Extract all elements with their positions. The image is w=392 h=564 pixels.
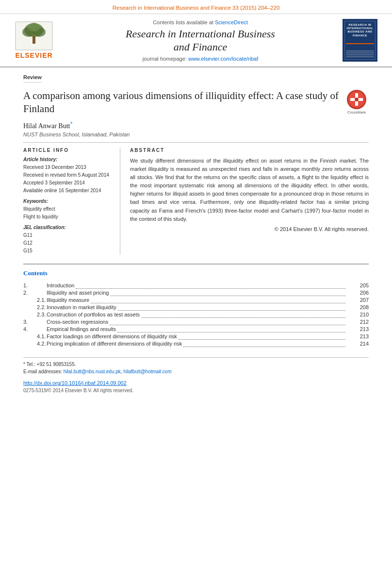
toc-label: Introduction [47,282,347,289]
toc-row: 4.1.Factor loadings on different dimensi… [23,333,369,340]
journal-header: ELSEVIER Contents lists available at Sci… [0,14,392,67]
jel-3: G15 [23,247,112,255]
cover-stripe [346,43,374,44]
journal-reference-text: Research in International Business and F… [113,5,280,11]
jel-1: G11 [23,232,112,239]
journal-center: Contents lists available at ScienceDirec… [63,19,338,62]
toc-page: 208 [347,304,369,311]
crossmark-badge: CrossMark [344,89,369,115]
toc-number: 3. [23,318,30,326]
email-link-1[interactable]: hilal.butt@nbs.nust.edu.pk [64,369,121,374]
page: Research in International Business and F… [0,0,392,564]
abstract-text: We study different dimensions of the ill… [130,157,369,223]
author-name: Hilal Anwar Butt* [23,121,369,130]
toc-page: 212 [347,318,369,326]
elsevier-label: ELSEVIER [15,51,52,59]
history-label: Article history: [23,157,112,162]
science-direct-link[interactable]: ScienceDirect [215,19,248,25]
toc-row: 1.Introduction 205 [23,282,369,289]
svg-point-5 [28,23,40,32]
toc-page: 213 [347,326,369,333]
footnote-star: * Tel.: +92 51 90853155. [23,361,369,368]
article-info-heading: ARTICLE INFO [23,148,112,153]
journal-homepage-link[interactable]: www.elsevier.com/locate/ribaf [188,56,258,62]
toc-sub-number: 4.2. [30,340,47,348]
toc-number [23,340,30,348]
toc-number [23,297,30,304]
doi-area: http://dx.doi.org/10.1016/j.ribaf.2014.0… [23,379,369,393]
jel-label: JEL classification: [23,225,112,230]
journal-reference-bar: Research in International Business and F… [0,0,392,14]
toc-row: 3.Cross-section regressions 212 [23,318,369,326]
toc-row: 2.2.Innovation in market illiquidity 208 [23,304,369,311]
section-divider [23,142,369,143]
toc-number: 4. [23,326,30,333]
toc-label: Factor loadings on different dimensions … [47,333,347,340]
toc-page: 206 [347,289,369,297]
article-info-column: ARTICLE INFO Article history: Received 1… [23,148,120,255]
toc-number [23,311,30,318]
toc-row: 2.1.Illiquidity measure 207 [23,297,369,304]
toc-number: 1. [23,282,30,289]
jel-2: G12 [23,239,112,247]
journal-cover-inner: RESEARCH ININTERNATIONALBUSINESS ANDFINA… [344,21,376,60]
toc-page: 207 [347,297,369,304]
toc-page: 205 [347,282,369,289]
contents-heading: Contents [23,269,369,277]
toc-page: 213 [347,333,369,340]
toc-label: Innovation in market illiquidity [47,304,347,311]
keyword-1: Illiquidity effect [23,205,112,213]
crossmark-label: CrossMark [347,110,366,115]
toc-label: Empirical findings and results [47,326,347,333]
toc-row: 4.2.Pricing implication of different dim… [23,340,369,348]
accepted-date: Accepted 3 September 2014 [23,179,112,187]
elsevier-logo: ELSEVIER [10,21,58,59]
received-date: Received 19 December 2013 [23,164,112,171]
toc-sub-number: 4.1. [30,333,47,340]
footnote-email: E-mail addresses: hilal.butt@nbs.nust.ed… [23,368,369,375]
svg-point-11 [355,98,359,101]
cover-title-text: RESEARCH ININTERNATIONALBUSINESS ANDFINA… [346,23,373,37]
toc-label: Illiquidity and asset pricing [47,289,347,297]
journal-homepage-line: journal homepage: www.elsevier.com/locat… [63,56,338,62]
contents-available-line: Contents lists available at ScienceDirec… [63,19,338,25]
contents-section: Contents 1.Introduction 2052.Illiquidity… [23,264,369,348]
crossmark-icon [346,89,367,110]
revised-date: Received in revised form 5 August 2014 [23,171,112,179]
toc-sub-number [30,282,47,289]
toc-label: Cross-section regressions [47,318,347,326]
toc-sub-number [30,318,47,326]
toc-number: 2. [23,289,30,297]
doi-link[interactable]: http://dx.doi.org/10.1016/j.ribaf.2014.0… [23,380,127,386]
affiliation: NUST Business School, Islamabad, Pakista… [23,132,369,137]
toc-sub-number: 2.3. [30,311,47,318]
toc-sub-number: 2.1. [30,297,47,304]
toc-row: 4.Empirical findings and results 213 [23,326,369,333]
toc-label: Construction of portfolios as test asset… [47,311,347,318]
copyright-line: © 2014 Elsevier B.V. All rights reserved… [130,226,369,232]
toc-number [23,304,30,311]
toc-table: 1.Introduction 2052.Illiquidity and asse… [23,282,369,348]
email-link-2[interactable]: hilafbutt@hotmail.com [123,369,171,374]
abstract-heading: ABSTRACT [130,148,369,153]
article-info-abstract-columns: ARTICLE INFO Article history: Received 1… [23,148,369,255]
author-sup: * [70,121,72,126]
article-title-row: A comparison among various dimensions of… [23,89,369,116]
available-date: Available online 16 September 2014 [23,187,112,195]
keyword-2: Flight to liquidity [23,213,112,221]
cover-lines [346,50,374,57]
elsevier-tree-icon [15,21,53,50]
svg-rect-4 [33,36,35,44]
journal-cover-image: RESEARCH ININTERNATIONALBUSINESS ANDFINA… [343,19,377,62]
toc-sub-number [30,289,47,297]
footnote-area: * Tel.: +92 51 90853155. E-mail addresse… [23,357,369,375]
toc-page: 210 [347,311,369,318]
toc-label: Pricing implication of different dimensi… [47,340,347,348]
toc-row: 2.Illiquidity and asset pricing 206 [23,289,369,297]
article-title: A comparison among various dimensions of… [23,89,340,116]
toc-number [23,333,30,340]
toc-page: 214 [347,340,369,348]
toc-sub-number: 2.2. [30,304,47,311]
toc-sub-number [30,326,47,333]
keywords-label: Keywords: [23,199,112,204]
